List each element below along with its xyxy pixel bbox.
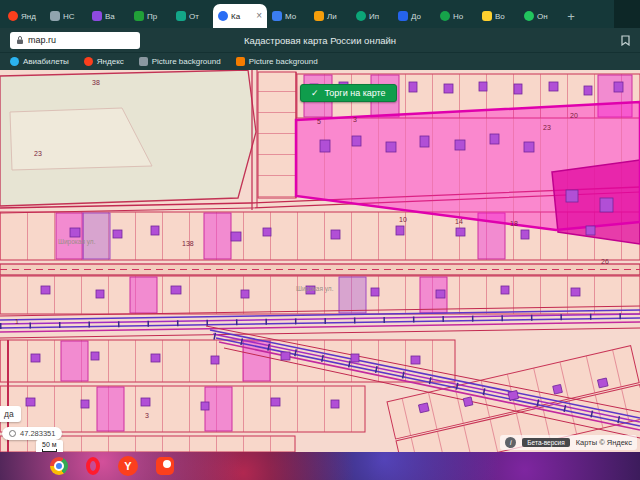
- image-icon: [236, 57, 245, 66]
- tab-5[interactable]: От: [171, 4, 213, 28]
- bookmark-item[interactable]: Picture background: [139, 57, 221, 66]
- browser-tab-bar: Янд НС Ва Пр От Ка× Мо Ли Ип До Но Во Он…: [0, 0, 640, 28]
- svg-text:26: 26: [601, 258, 609, 265]
- map-attribution: i Бета-версия Карты © Яндекс: [500, 435, 637, 450]
- image-icon: [139, 57, 148, 66]
- url-text: map.ru: [28, 35, 56, 45]
- browser-menu-area[interactable]: [614, 0, 640, 28]
- trades-button-label: Торги на карте: [325, 88, 386, 98]
- svg-text:23: 23: [34, 150, 42, 157]
- tab-favicon: [440, 11, 450, 21]
- tab-favicon: [176, 11, 186, 21]
- tab-label: До: [411, 12, 421, 21]
- tab-label: Пр: [147, 12, 157, 21]
- check-icon: ✓: [311, 88, 319, 98]
- bookmark-item[interactable]: Яндекс: [84, 57, 124, 66]
- forest-parcel-region: [0, 70, 256, 206]
- bookmark-item[interactable]: Авиабилеты: [10, 57, 69, 66]
- tab-favicon: [356, 11, 366, 21]
- tab-label: Ип: [369, 12, 379, 21]
- beta-badge: Бета-версия: [522, 438, 569, 447]
- yandex-browser-icon[interactable]: Y: [118, 456, 138, 476]
- tab-10[interactable]: До: [393, 4, 435, 28]
- tab-label: Но: [453, 12, 463, 21]
- cadastral-map-view[interactable]: 38 23 5 3 20 23 10 14 18 26 138 1 3 Широ…: [0, 70, 640, 452]
- coordinates-value: 47.283351: [20, 429, 55, 438]
- tab-label: Ка: [231, 12, 240, 21]
- tab-8[interactable]: Ли: [309, 4, 351, 28]
- tab-13[interactable]: Он: [519, 4, 561, 28]
- coordinates-chip[interactable]: 47.283351: [2, 427, 62, 440]
- tab-favicon: [218, 11, 228, 21]
- tab-favicon: [92, 11, 102, 21]
- tab-9[interactable]: Ип: [351, 4, 393, 28]
- url-field[interactable]: map.ru: [10, 32, 140, 49]
- scale-bar: [42, 449, 57, 452]
- svg-text:Широкая ул.: Широкая ул.: [296, 285, 334, 293]
- tab-label: НС: [63, 12, 75, 21]
- tab-favicon: [314, 11, 324, 21]
- yandex-icon: [84, 57, 93, 66]
- tab-12[interactable]: Во: [477, 4, 519, 28]
- address-bar: Кадастровая карта России онлайн map.ru: [0, 28, 640, 52]
- taskbar: Y: [0, 452, 640, 480]
- svg-text:Широкая ул.: Широкая ул.: [58, 238, 96, 246]
- tab-favicon: [272, 11, 282, 21]
- svg-text:3: 3: [353, 116, 357, 123]
- tab-11[interactable]: Но: [435, 4, 477, 28]
- tab-label: Он: [537, 12, 548, 21]
- bookmark-label: Авиабилеты: [23, 57, 69, 66]
- tab-label: Ли: [327, 12, 337, 21]
- opera-icon[interactable]: [86, 457, 100, 475]
- cadastral-map-canvas[interactable]: 38 23 5 3 20 23 10 14 18 26 138 1 3 Широ…: [0, 70, 640, 452]
- crosshair-icon: [9, 430, 16, 437]
- info-icon[interactable]: i: [505, 437, 516, 448]
- tab-7[interactable]: Мо: [267, 4, 309, 28]
- side-partial-label[interactable]: да: [0, 406, 21, 422]
- tab-label: Во: [495, 12, 505, 21]
- tab-favicon: [50, 11, 60, 21]
- svg-text:5: 5: [317, 118, 321, 125]
- svg-text:38: 38: [92, 79, 100, 86]
- tab-2[interactable]: НС: [45, 4, 87, 28]
- svg-text:18: 18: [510, 220, 518, 227]
- bookmarks-bar: Авиабилеты Яндекс Picture background Pic…: [0, 52, 640, 70]
- map-credit: Карты © Яндекс: [576, 438, 632, 447]
- tab-favicon: [398, 11, 408, 21]
- tab-active[interactable]: Ка×: [213, 4, 267, 28]
- tab-4[interactable]: Пр: [129, 4, 171, 28]
- airplane-icon: [10, 57, 19, 66]
- lock-icon: [16, 35, 24, 45]
- yandex-app-icon[interactable]: [156, 457, 174, 475]
- svg-text:23: 23: [543, 124, 551, 131]
- scale-control[interactable]: 50 м: [36, 440, 63, 452]
- bookmark-label: Picture background: [249, 57, 318, 66]
- bookmark-label: Яндекс: [97, 57, 124, 66]
- tab-3[interactable]: Ва: [87, 4, 129, 28]
- tab-close-icon[interactable]: ×: [256, 11, 262, 21]
- tab-favicon: [8, 11, 18, 21]
- tab-label: Мо: [285, 12, 296, 21]
- svg-text:138: 138: [182, 240, 194, 247]
- svg-text:14: 14: [455, 218, 463, 225]
- svg-text:10: 10: [399, 216, 407, 223]
- tab-1[interactable]: Янд: [3, 4, 45, 28]
- tab-favicon: [134, 11, 144, 21]
- bookmark-flag-icon[interactable]: [621, 35, 630, 46]
- svg-text:3: 3: [145, 412, 149, 419]
- bookmark-label: Picture background: [152, 57, 221, 66]
- svg-text:1: 1: [15, 318, 19, 325]
- chrome-icon[interactable]: [50, 457, 68, 475]
- scale-label: 50 м: [42, 441, 57, 448]
- tab-favicon: [482, 11, 492, 21]
- tab-favicon: [524, 11, 534, 21]
- bookmark-item[interactable]: Picture background: [236, 57, 318, 66]
- trades-on-map-button[interactable]: ✓ Торги на карте: [300, 84, 397, 102]
- tab-label: От: [189, 12, 199, 21]
- tab-label: Янд: [21, 12, 36, 21]
- new-tab-button[interactable]: +: [561, 4, 581, 28]
- svg-text:20: 20: [570, 112, 578, 119]
- tab-label: Ва: [105, 12, 115, 21]
